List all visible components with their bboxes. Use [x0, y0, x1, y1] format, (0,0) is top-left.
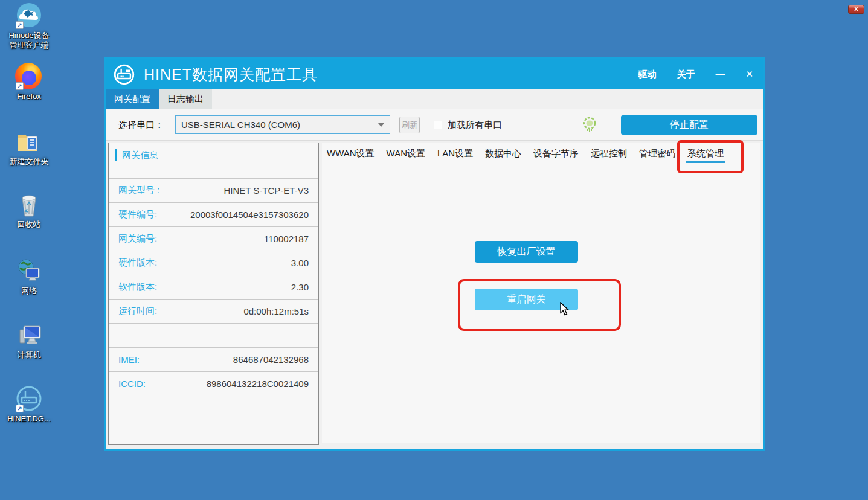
info-row-empty	[109, 396, 318, 420]
desktop-icon-label: 计算机	[0, 350, 58, 360]
hinet-dg-icon: ↗	[15, 385, 43, 413]
shortcut-arrow-icon: ↗	[16, 21, 24, 29]
tab-device-endianness[interactable]: 设备字节序	[532, 144, 580, 163]
window-titlebar: HINET数据网关配置工具 驱动 关于 — ✕	[106, 59, 763, 89]
info-row-empty	[109, 323, 318, 347]
minimize-button[interactable]: —	[715, 71, 725, 77]
desktop-icon-recycle-bin[interactable]: 回收站	[0, 191, 58, 229]
info-row-hardware-id: 硬件编号: 20003f0014504e3157303620	[109, 202, 318, 226]
hinode-client-icon: ↗	[15, 2, 43, 30]
restart-gateway-button[interactable]: 重启网关	[475, 289, 578, 310]
screen-close-button[interactable]: X	[848, 5, 864, 14]
tab-lan-settings[interactable]: LAN设置	[436, 144, 474, 163]
window-title: HINET数据网关配置工具	[144, 65, 318, 85]
desktop-icon-label: 网络	[0, 286, 58, 296]
info-row-imei: IMEI: 864687042132968	[109, 347, 318, 371]
firefox-icon: ↗	[15, 63, 43, 91]
tab-wwan-settings[interactable]: WWAN设置	[326, 144, 376, 163]
recycle-bin-icon	[15, 191, 43, 219]
info-row-model: 网关型号 : HINET S-TCP-ET-V3	[109, 178, 318, 202]
tab-admin-password[interactable]: 管理密码	[638, 144, 677, 163]
desktop-icon-label: Hinode设备	[0, 31, 58, 40]
status-indicator-icon	[582, 117, 597, 133]
desktop-icon-label: 回收站	[0, 220, 58, 229]
info-row-software-version: 软件版本: 2.30	[109, 275, 318, 299]
desktop-icon-network[interactable]: 网络	[0, 257, 58, 296]
desktop-icon-label: Firefox	[0, 92, 58, 101]
gateway-info-header: 网关信息	[109, 143, 318, 178]
main-tab-bar: 网关配置 日志输出	[106, 89, 763, 109]
serial-toolbar: 选择串口： USB-SERIAL CH340 (COM6) 刷新 加载所有串口 …	[106, 109, 763, 141]
load-all-ports-checkbox[interactable]	[434, 121, 442, 129]
chevron-down-icon	[378, 123, 384, 127]
port-select-label: 选择串口：	[118, 120, 164, 131]
tab-log-output[interactable]: 日志输出	[159, 89, 212, 109]
window-close-button[interactable]: ✕	[745, 69, 753, 80]
desktop-icon-computer[interactable]: 计算机	[0, 321, 58, 360]
shortcut-arrow-icon: ↗	[16, 82, 24, 90]
folder-icon	[15, 128, 43, 156]
desktop-icon-label: HINET.DG...	[0, 414, 58, 424]
tab-gateway-config[interactable]: 网关配置	[106, 89, 159, 109]
desktop-icon-new-folder[interactable]: 新建文件夹	[0, 128, 58, 167]
stop-config-button[interactable]: 停止配置	[621, 115, 757, 135]
desktop-icon-label: 新建文件夹	[0, 157, 58, 167]
desktop: ↗ Hinode设备 管理客户端 ↗ Firefox 新建文件夹	[0, 0, 868, 500]
gateway-info-panel: 网关信息 网关型号 : HINET S-TCP-ET-V3 硬件编号: 2000…	[108, 143, 319, 445]
settings-tab-bar: WWAN设置 WAN设置 LAN设置 数据中心 设备字节序 远程控制 管理密码 …	[322, 143, 760, 165]
serial-port-value: USB-SERIAL CH340 (COM6)	[181, 120, 300, 130]
desktop-icon-hinode-client[interactable]: ↗ Hinode设备 管理客户端	[0, 2, 58, 50]
tab-wan-settings[interactable]: WAN设置	[385, 144, 426, 163]
about-menu-button[interactable]: 关于	[677, 69, 695, 80]
network-icon	[15, 257, 43, 285]
accent-bar	[115, 149, 117, 161]
settings-panel: WWAN设置 WAN设置 LAN设置 数据中心 设备字节序 远程控制 管理密码 …	[322, 143, 760, 443]
app-window: HINET数据网关配置工具 驱动 关于 — ✕ 网关配置 日志输出 选择串口： …	[104, 57, 765, 451]
shortcut-arrow-icon: ↗	[16, 405, 24, 412]
tab-remote-control[interactable]: 远程控制	[590, 144, 628, 163]
desktop-icon-firefox[interactable]: ↗ Firefox	[0, 63, 58, 101]
load-all-ports-label: 加载所有串口	[448, 120, 502, 131]
factory-reset-button[interactable]: 恢复出厂设置	[475, 241, 578, 263]
desktop-icon-hinet-dg[interactable]: ↗ HINET.DG...	[0, 385, 58, 424]
router-app-icon	[113, 63, 135, 86]
window-body: 网关信息 网关型号 : HINET S-TCP-ET-V3 硬件编号: 2000…	[106, 141, 763, 449]
tab-data-center[interactable]: 数据中心	[484, 144, 522, 163]
info-row-hardware-version: 硬件版本: 3.00	[109, 251, 318, 275]
info-row-uptime: 运行时间: 0d:00h:12m:51s	[109, 299, 318, 323]
computer-icon	[15, 321, 43, 349]
serial-port-select[interactable]: USB-SERIAL CH340 (COM6)	[175, 115, 390, 134]
tab-system-management[interactable]: 系统管理	[686, 144, 725, 163]
info-row-iccid: ICCID: 898604132218C0021409	[109, 371, 318, 396]
gateway-info-title: 网关信息	[122, 149, 158, 161]
refresh-button[interactable]: 刷新	[399, 117, 420, 133]
driver-menu-button[interactable]: 驱动	[638, 69, 656, 80]
info-row-gateway-id: 网关编号: 110002187	[109, 226, 318, 251]
desktop-icon-label: 管理客户端	[0, 40, 58, 50]
